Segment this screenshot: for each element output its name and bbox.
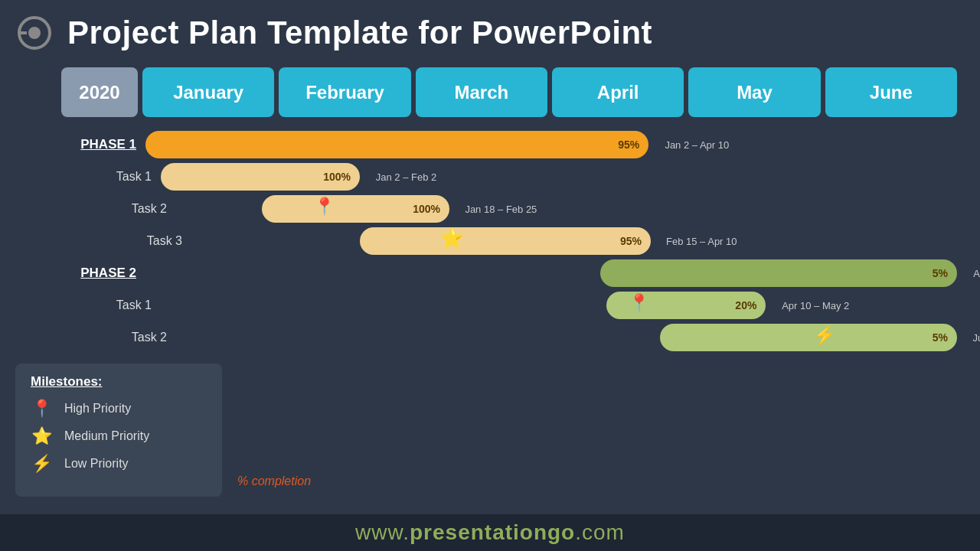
- high-priority-icon-phase2-task1: 📍: [629, 293, 649, 313]
- legend-low: ⚡ Low Priority: [31, 454, 207, 474]
- phase1-task3-bar: 95%: [360, 227, 651, 255]
- phase1-task2-date: Jan 18 – Feb 25: [465, 204, 537, 215]
- phase1-task3-pct: 95%: [620, 235, 642, 247]
- phase1-task1-pct: 100%: [323, 171, 351, 183]
- legend-high-label: High Priority: [64, 402, 131, 416]
- legend-title: Milestones:: [31, 374, 207, 390]
- phase2-task1-row: Task 1 20% 📍 Apr 10 – May 2: [77, 292, 957, 319]
- low-priority-icon-phase2-task2: ⚡: [813, 324, 836, 346]
- phase2-task2-date: Jul 20 – Jun 10: [972, 332, 980, 344]
- legend-medium-label: Medium Priority: [64, 429, 149, 443]
- legend-medium: ⭐ Medium Priority: [31, 426, 207, 446]
- legend-high: 📍 High Priority: [31, 399, 207, 419]
- phase1-task1-bar: 100%: [161, 163, 360, 191]
- medium-priority-icon-task3: ⭐: [439, 227, 464, 250]
- legend-box: Milestones: 📍 High Priority ⭐ Medium Pri…: [15, 364, 222, 497]
- high-priority-icon-task2: 📍: [314, 197, 335, 217]
- gantt-area: PHASE 1 95% Jan 2 – Apr 10 Task 1 100% J…: [61, 131, 957, 351]
- phase1-task2-label: Task 2: [92, 202, 176, 216]
- year-box: 2020: [61, 67, 138, 117]
- month-mar: March: [416, 67, 547, 117]
- month-jun: June: [825, 67, 957, 117]
- phase1-task2-row: Task 2 100% 📍 Jan 18 – Feb 25: [92, 195, 957, 223]
- phase2-task1-pct: 20%: [735, 299, 756, 311]
- phase1-task3-date: Feb 15 – Apr 10: [666, 236, 737, 247]
- phase1-pct: 95%: [618, 139, 639, 151]
- phase2-task2-track: 5% ⚡ Jul 20 – Jun 10: [176, 324, 957, 351]
- header: Project Plan Template for PowerPoint: [0, 0, 980, 60]
- phase2-task2-pct: 5%: [933, 331, 948, 344]
- phase2-row: PHASE 2 5% Apr 10 – Jun 10: [61, 259, 957, 287]
- phase1-task1-track: 100% Jan 2 – Feb 2: [161, 163, 957, 191]
- phase2-task2-label: Task 2: [92, 331, 176, 344]
- phase2-task1-label: Task 1: [77, 298, 161, 312]
- month-feb: February: [279, 67, 410, 117]
- page-title: Project Plan Template for PowerPoint: [67, 15, 652, 51]
- phase1-date: Jan 2 – Apr 10: [665, 139, 729, 151]
- phase2-date: Apr 10 – Jun 10: [973, 268, 980, 279]
- legend-high-icon: 📍: [31, 399, 52, 419]
- phase1-task3-row: Task 3 95% ⭐ Feb 15 – Apr 10: [107, 227, 957, 255]
- svg-point-1: [28, 27, 41, 39]
- phase2-task1-track: 20% 📍 Apr 10 – May 2: [161, 292, 957, 319]
- phase2-task1-date: Apr 10 – May 2: [782, 300, 849, 311]
- phase1-task1-row: Task 1 100% Jan 2 – Feb 2: [77, 163, 957, 191]
- phase1-task2-pct: 100%: [413, 203, 440, 215]
- completion-label: % completion: [237, 474, 311, 488]
- phase2-bar-track: 5% Apr 10 – Jun 10: [145, 259, 957, 287]
- month-apr: April: [552, 67, 684, 117]
- months-row: 2020 January February March April May Ju…: [61, 67, 957, 117]
- month-jan: January: [142, 67, 274, 117]
- legend-low-icon: ⚡: [31, 454, 52, 474]
- phase1-task3-track: 95% ⭐ Feb 15 – Apr 10: [191, 227, 957, 255]
- month-may: May: [688, 67, 820, 117]
- phase2-pct: 5%: [933, 267, 948, 279]
- phase1-bar: 95%: [145, 131, 648, 158]
- phase2-task2-row: Task 2 5% ⚡ Jul 20 – Jun 10: [92, 324, 957, 351]
- phase1-task2-bar: 100%: [262, 195, 449, 223]
- footer-url: www.presentationgo.com: [355, 520, 625, 545]
- phase1-bar-track: 95% Jan 2 – Apr 10: [145, 131, 957, 158]
- phase2-task2-bar: 5%: [660, 324, 957, 351]
- phase1-row: PHASE 1 95% Jan 2 – Apr 10: [61, 131, 957, 158]
- phase1-task1-label: Task 1: [77, 170, 161, 184]
- phase2-bar: 5%: [600, 259, 957, 287]
- header-icon: [15, 14, 54, 52]
- phase1-task1-date: Jan 2 – Feb 2: [376, 171, 437, 183]
- legend-medium-icon: ⭐: [31, 426, 52, 446]
- footer: www.presentationgo.com: [0, 514, 980, 551]
- legend-low-label: Low Priority: [64, 457, 129, 471]
- phase2-label: PHASE 2: [61, 266, 145, 281]
- phase1-label: PHASE 1: [61, 137, 145, 152]
- phase1-task3-label: Task 3: [107, 234, 191, 248]
- phase1-task2-track: 100% 📍 Jan 18 – Feb 25: [176, 195, 957, 223]
